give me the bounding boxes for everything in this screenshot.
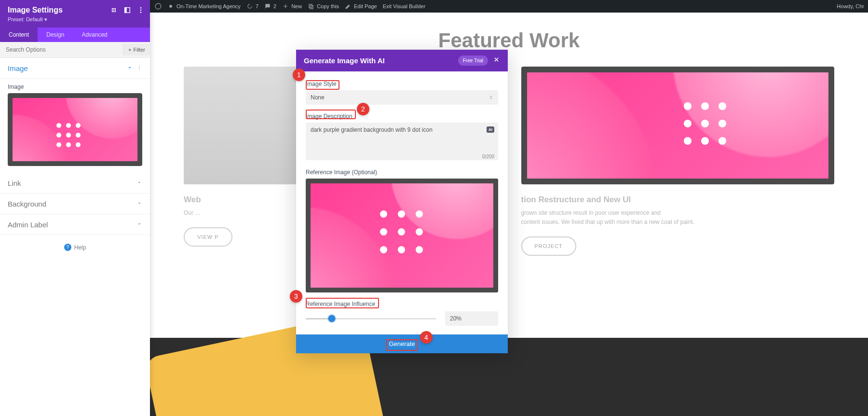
svg-point-12 xyxy=(139,67,140,68)
site-name-link[interactable]: On-Time Marketing Agency xyxy=(167,3,241,10)
filter-button[interactable]: +Filter xyxy=(123,44,150,55)
work-card-right: tion Restructure and New UI grown site s… xyxy=(521,67,835,256)
modal-header: Generate Image With AI Free Trial xyxy=(296,50,508,71)
chevron-up-icon xyxy=(127,64,133,72)
howdy-text: Howdy, Chr xyxy=(837,3,864,9)
reference-image[interactable] xyxy=(306,179,498,292)
settings-tabs: Content Design Advanced xyxy=(0,28,150,42)
chevron-down-icon xyxy=(136,199,142,208)
exit-label: Exit Visual Builder xyxy=(383,3,425,9)
svg-rect-2 xyxy=(309,4,312,8)
exit-vb-link[interactable]: Exit Visual Builder xyxy=(383,3,425,9)
tab-content[interactable]: Content xyxy=(0,28,38,42)
work-title-right: tion Restructure and New UI xyxy=(521,195,835,205)
ai-badge[interactable]: AI xyxy=(487,126,494,133)
copy-link[interactable]: Copy this xyxy=(308,3,339,10)
work-desc-right: grown site structure result in poor user… xyxy=(521,208,835,227)
svg-point-9 xyxy=(140,10,142,11)
image-description-input[interactable] xyxy=(306,123,498,160)
help-label: Help xyxy=(74,244,86,251)
new-link[interactable]: New xyxy=(282,3,302,10)
section-head-link[interactable]: Link xyxy=(0,173,150,194)
updates-link[interactable]: 7 xyxy=(246,3,258,10)
influence-slider[interactable] xyxy=(306,318,436,319)
svg-point-10 xyxy=(140,12,142,13)
section-more-icon[interactable] xyxy=(136,64,142,72)
chevron-down-icon xyxy=(136,179,142,187)
svg-point-5 xyxy=(113,10,115,11)
chevron-down-icon xyxy=(136,220,142,229)
new-label: New xyxy=(291,3,302,9)
thumbnail-preview xyxy=(13,98,137,161)
svg-point-1 xyxy=(169,5,172,8)
site-name-text: On-Time Marketing Agency xyxy=(176,3,241,9)
svg-point-8 xyxy=(140,7,142,9)
help-link[interactable]: ?Help xyxy=(0,235,150,260)
char-count: 0/200 xyxy=(482,154,494,159)
help-icon: ? xyxy=(64,244,71,251)
search-bar: +Filter xyxy=(0,42,150,58)
wp-logo-icon[interactable] xyxy=(155,3,162,10)
dock-icon[interactable] xyxy=(123,6,132,14)
section-head-image[interactable]: Image xyxy=(0,58,150,79)
generate-button[interactable]: Generate xyxy=(296,334,508,353)
section-head-background[interactable]: Background xyxy=(0,194,150,214)
filter-label: Filter xyxy=(134,47,145,53)
select-arrows-icon xyxy=(488,95,493,100)
tab-advanced[interactable]: Advanced xyxy=(73,28,116,42)
close-icon[interactable] xyxy=(493,56,500,65)
settings-header: Image Settings Preset: Default ▾ xyxy=(0,0,150,28)
free-trial-badge[interactable]: Free Trial xyxy=(458,55,488,66)
svg-point-13 xyxy=(139,69,140,70)
image-thumbnail[interactable] xyxy=(8,93,142,166)
reference-image-label: Reference Image (Optional) xyxy=(306,169,498,176)
section-title-image: Image xyxy=(8,64,127,72)
image-description-label: Image Description xyxy=(306,112,353,121)
section-title-admin-label: Admin Label xyxy=(8,221,136,229)
svg-point-0 xyxy=(155,3,161,9)
influence-value[interactable]: 20% xyxy=(445,311,498,326)
more-icon[interactable] xyxy=(136,6,145,14)
svg-point-11 xyxy=(139,66,140,67)
preset-selector[interactable]: Preset: Default ▾ xyxy=(8,16,142,23)
section-head-admin-label[interactable]: Admin Label xyxy=(0,214,150,235)
svg-rect-3 xyxy=(310,5,313,9)
page-canvas: Featured Work Web Our … VIEW P tion Rest… xyxy=(150,13,868,416)
modal-title: Generate Image With AI xyxy=(304,56,458,65)
slider-thumb[interactable] xyxy=(328,315,336,322)
search-input[interactable] xyxy=(0,42,123,57)
section-title-background: Background xyxy=(8,200,136,208)
image-style-value: None xyxy=(311,94,325,101)
updates-count: 7 xyxy=(256,3,258,9)
work-image-right xyxy=(521,67,835,184)
section-title-link: Link xyxy=(8,179,136,187)
view-project-button-right[interactable]: PROJECT xyxy=(521,236,576,256)
wp-admin-bar: On-Time Marketing Agency 7 2 New Copy th… xyxy=(150,0,868,13)
field-label-image: Image xyxy=(0,79,150,93)
ai-generate-modal: Generate Image With AI Free Trial Image … xyxy=(296,50,508,353)
image-style-label: Image Style xyxy=(306,80,336,88)
expand-icon[interactable] xyxy=(109,6,118,14)
settings-panel: Image Settings Preset: Default ▾ Content… xyxy=(0,0,150,416)
svg-rect-7 xyxy=(125,8,127,13)
edit-label: Edit Page xyxy=(354,3,377,9)
copy-label: Copy this xyxy=(317,3,339,9)
tab-design[interactable]: Design xyxy=(38,28,73,42)
influence-label: Reference Image Influence xyxy=(306,300,375,308)
comments-link[interactable]: 2 xyxy=(264,3,276,10)
edit-page-link[interactable]: Edit Page xyxy=(345,3,377,10)
page-heading: Featured Work xyxy=(150,29,868,52)
comments-count: 2 xyxy=(273,3,276,9)
view-project-button-left[interactable]: VIEW P xyxy=(184,227,232,247)
howdy-link[interactable]: Howdy, Chr xyxy=(837,3,864,9)
image-style-select[interactable]: None xyxy=(306,90,498,105)
